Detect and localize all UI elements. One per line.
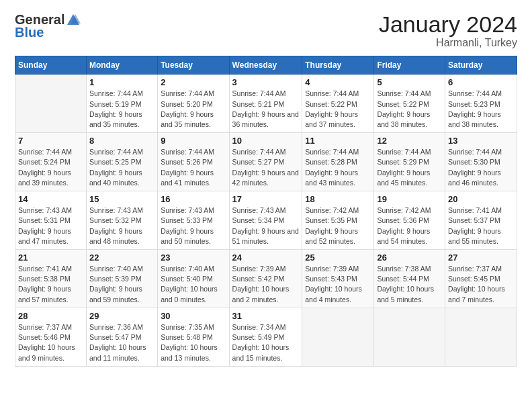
logo-blue-text: Blue: [15, 25, 44, 40]
day-number: 14: [18, 194, 83, 204]
calendar-day-header: Wednesday: [229, 56, 302, 75]
day-detail: Sunrise: 7:43 AMSunset: 5:31 PMDaylight:…: [18, 205, 83, 246]
day-detail: Sunrise: 7:40 AMSunset: 5:40 PMDaylight:…: [161, 264, 226, 305]
day-number: 30: [161, 311, 226, 321]
header: General Blue January 2024 Harmanli, Turk…: [15, 12, 517, 49]
calendar-cell: 16Sunrise: 7:43 AMSunset: 5:33 PMDayligh…: [158, 191, 229, 250]
day-detail: Sunrise: 7:43 AMSunset: 5:33 PMDaylight:…: [161, 205, 226, 246]
day-detail: Sunrise: 7:41 AMSunset: 5:37 PMDaylight:…: [448, 205, 514, 246]
calendar-cell: 25Sunrise: 7:39 AMSunset: 5:43 PMDayligh…: [302, 250, 374, 308]
day-detail: Sunrise: 7:42 AMSunset: 5:35 PMDaylight:…: [305, 205, 371, 246]
calendar-cell: 12Sunrise: 7:44 AMSunset: 5:29 PMDayligh…: [374, 133, 445, 191]
page: General Blue January 2024 Harmanli, Turk…: [0, 0, 532, 411]
calendar-cell: 4Sunrise: 7:44 AMSunset: 5:22 PMDaylight…: [302, 75, 374, 133]
day-number: 8: [89, 136, 154, 146]
calendar-header-row: SundayMondayTuesdayWednesdayThursdayFrid…: [15, 56, 517, 75]
calendar-table: SundayMondayTuesdayWednesdayThursdayFrid…: [15, 56, 517, 366]
day-number: 31: [232, 311, 300, 321]
calendar-cell: 27Sunrise: 7:37 AMSunset: 5:45 PMDayligh…: [445, 250, 517, 308]
calendar-cell: 9Sunrise: 7:44 AMSunset: 5:26 PMDaylight…: [158, 133, 229, 191]
day-detail: Sunrise: 7:44 AMSunset: 5:27 PMDaylight:…: [232, 147, 300, 188]
calendar-cell: 17Sunrise: 7:43 AMSunset: 5:34 PMDayligh…: [229, 191, 302, 250]
calendar-cell: 10Sunrise: 7:44 AMSunset: 5:27 PMDayligh…: [229, 133, 302, 191]
day-detail: Sunrise: 7:37 AMSunset: 5:46 PMDaylight:…: [18, 322, 83, 363]
day-detail: Sunrise: 7:44 AMSunset: 5:19 PMDaylight:…: [89, 89, 154, 130]
day-detail: Sunrise: 7:35 AMSunset: 5:48 PMDaylight:…: [161, 322, 226, 363]
calendar-cell: [374, 308, 445, 366]
day-detail: Sunrise: 7:42 AMSunset: 5:36 PMDaylight:…: [377, 205, 442, 246]
day-detail: Sunrise: 7:44 AMSunset: 5:22 PMDaylight:…: [377, 89, 442, 130]
title-area: January 2024 Harmanli, Turkey: [379, 12, 517, 49]
day-number: 10: [232, 136, 300, 146]
day-number: 4: [305, 77, 371, 87]
day-detail: Sunrise: 7:37 AMSunset: 5:45 PMDaylight:…: [448, 264, 514, 305]
day-detail: Sunrise: 7:43 AMSunset: 5:34 PMDaylight:…: [232, 205, 300, 246]
calendar-cell: 28Sunrise: 7:37 AMSunset: 5:46 PMDayligh…: [15, 308, 87, 366]
day-number: 3: [232, 77, 300, 87]
day-number: 18: [305, 194, 371, 204]
calendar-cell: 19Sunrise: 7:42 AMSunset: 5:36 PMDayligh…: [374, 191, 445, 250]
calendar-cell: 31Sunrise: 7:34 AMSunset: 5:49 PMDayligh…: [229, 308, 302, 366]
day-number: 12: [377, 136, 442, 146]
calendar-cell: 18Sunrise: 7:42 AMSunset: 5:35 PMDayligh…: [302, 191, 374, 250]
calendar-cell: 11Sunrise: 7:44 AMSunset: 5:28 PMDayligh…: [302, 133, 374, 191]
calendar-cell: [445, 308, 517, 366]
calendar-cell: 14Sunrise: 7:43 AMSunset: 5:31 PMDayligh…: [15, 191, 87, 250]
day-number: 19: [377, 194, 442, 204]
day-number: 29: [89, 311, 154, 321]
day-detail: Sunrise: 7:44 AMSunset: 5:28 PMDaylight:…: [305, 147, 371, 188]
day-detail: Sunrise: 7:44 AMSunset: 5:26 PMDaylight:…: [161, 147, 226, 188]
day-detail: Sunrise: 7:40 AMSunset: 5:39 PMDaylight:…: [89, 264, 154, 305]
day-number: 9: [161, 136, 226, 146]
calendar-cell: 22Sunrise: 7:40 AMSunset: 5:39 PMDayligh…: [86, 250, 157, 308]
calendar-cell: 20Sunrise: 7:41 AMSunset: 5:37 PMDayligh…: [445, 191, 517, 250]
calendar-cell: 21Sunrise: 7:41 AMSunset: 5:38 PMDayligh…: [15, 250, 87, 308]
calendar-cell: 8Sunrise: 7:44 AMSunset: 5:25 PMDaylight…: [86, 133, 157, 191]
calendar-cell: 24Sunrise: 7:39 AMSunset: 5:42 PMDayligh…: [229, 250, 302, 308]
day-detail: Sunrise: 7:39 AMSunset: 5:42 PMDaylight:…: [232, 264, 300, 305]
calendar-day-header: Monday: [86, 56, 157, 75]
day-number: 24: [232, 253, 300, 263]
calendar-cell: 29Sunrise: 7:36 AMSunset: 5:47 PMDayligh…: [86, 308, 157, 366]
calendar-day-header: Tuesday: [158, 56, 229, 75]
day-number: 25: [305, 253, 371, 263]
day-detail: Sunrise: 7:34 AMSunset: 5:49 PMDaylight:…: [232, 322, 300, 363]
calendar-cell: 7Sunrise: 7:44 AMSunset: 5:24 PMDaylight…: [15, 133, 87, 191]
day-number: 22: [89, 253, 154, 263]
calendar-cell: 1Sunrise: 7:44 AMSunset: 5:19 PMDaylight…: [86, 75, 157, 133]
calendar-cell: 15Sunrise: 7:43 AMSunset: 5:32 PMDayligh…: [86, 191, 157, 250]
day-number: 1: [89, 77, 154, 87]
day-number: 26: [377, 253, 442, 263]
day-detail: Sunrise: 7:36 AMSunset: 5:47 PMDaylight:…: [89, 322, 154, 363]
day-number: 7: [18, 136, 83, 146]
day-number: 5: [377, 77, 442, 87]
day-detail: Sunrise: 7:44 AMSunset: 5:22 PMDaylight:…: [305, 89, 371, 130]
day-detail: Sunrise: 7:44 AMSunset: 5:24 PMDaylight:…: [18, 147, 83, 188]
day-number: 13: [448, 136, 514, 146]
day-number: 11: [305, 136, 371, 146]
calendar-cell: 30Sunrise: 7:35 AMSunset: 5:48 PMDayligh…: [158, 308, 229, 366]
calendar-week-row: 28Sunrise: 7:37 AMSunset: 5:46 PMDayligh…: [15, 308, 517, 366]
day-number: 20: [448, 194, 514, 204]
day-detail: Sunrise: 7:38 AMSunset: 5:44 PMDaylight:…: [377, 264, 442, 305]
calendar-cell: [15, 75, 87, 133]
day-number: 17: [232, 194, 300, 204]
calendar-week-row: 7Sunrise: 7:44 AMSunset: 5:24 PMDaylight…: [15, 133, 517, 191]
subtitle: Harmanli, Turkey: [379, 37, 517, 49]
day-detail: Sunrise: 7:43 AMSunset: 5:32 PMDaylight:…: [89, 205, 154, 246]
day-number: 16: [161, 194, 226, 204]
calendar-day-header: Thursday: [302, 56, 374, 75]
calendar-cell: 2Sunrise: 7:44 AMSunset: 5:20 PMDaylight…: [158, 75, 229, 133]
calendar-day-header: Sunday: [15, 56, 87, 75]
day-detail: Sunrise: 7:44 AMSunset: 5:20 PMDaylight:…: [161, 89, 226, 130]
day-detail: Sunrise: 7:44 AMSunset: 5:29 PMDaylight:…: [377, 147, 442, 188]
calendar-week-row: 14Sunrise: 7:43 AMSunset: 5:31 PMDayligh…: [15, 191, 517, 250]
calendar-cell: [302, 308, 374, 366]
calendar-day-header: Friday: [374, 56, 445, 75]
day-detail: Sunrise: 7:44 AMSunset: 5:21 PMDaylight:…: [232, 89, 300, 130]
day-number: 23: [161, 253, 226, 263]
calendar-cell: 5Sunrise: 7:44 AMSunset: 5:22 PMDaylight…: [374, 75, 445, 133]
calendar-week-row: 21Sunrise: 7:41 AMSunset: 5:38 PMDayligh…: [15, 250, 517, 308]
calendar-cell: 23Sunrise: 7:40 AMSunset: 5:40 PMDayligh…: [158, 250, 229, 308]
calendar-cell: 3Sunrise: 7:44 AMSunset: 5:21 PMDaylight…: [229, 75, 302, 133]
